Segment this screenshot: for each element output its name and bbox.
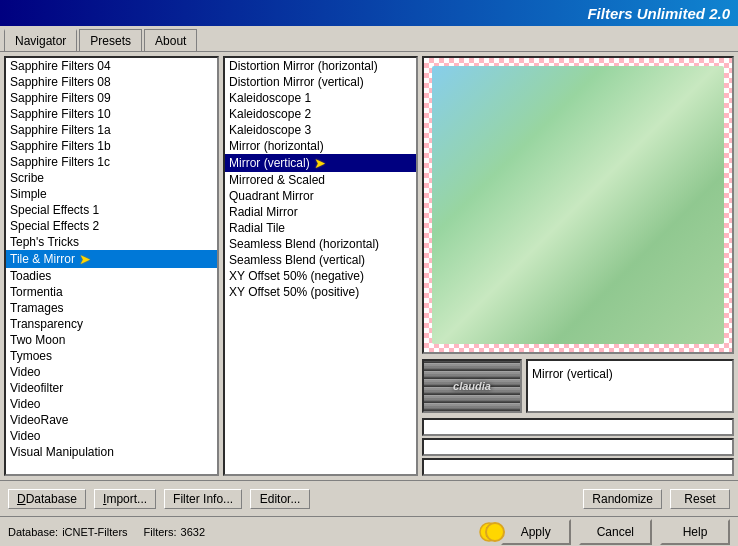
filter-list-item[interactable]: Radial Tile: [225, 220, 416, 236]
apply-button[interactable]: Apply: [501, 519, 571, 545]
reset-button[interactable]: Reset: [670, 489, 730, 509]
category-list-item[interactable]: Tramages: [6, 300, 217, 316]
apply-button-wrapper: Apply: [501, 519, 571, 545]
category-list-item[interactable]: Sapphire Filters 1c: [6, 154, 217, 170]
category-list-item[interactable]: Scribe: [6, 170, 217, 186]
thumbnail-text: claudia: [453, 380, 491, 392]
preview-area: [422, 56, 734, 354]
category-list-item[interactable]: Videofilter: [6, 380, 217, 396]
filter-list-item[interactable]: Quadrant Mirror: [225, 188, 416, 204]
filter-name-display: Mirror (vertical): [526, 359, 734, 413]
database-value: iCNET-Filters: [62, 526, 127, 538]
category-list-item[interactable]: Sapphire Filters 09: [6, 90, 217, 106]
selected-filter-name: Mirror (vertical): [532, 367, 613, 381]
category-list-item[interactable]: Tormentia: [6, 284, 217, 300]
main-content: Sapphire Filters 04Sapphire Filters 08Sa…: [0, 52, 738, 480]
bottom-toolbar: DDatabase Import... Filter Info... Edito…: [0, 480, 738, 516]
filters-label: Filters:: [144, 526, 177, 538]
filters-status: Filters: 3632: [144, 526, 205, 538]
filters-value: 3632: [181, 526, 205, 538]
category-arrow-icon: ➤: [79, 251, 91, 267]
filter-list-item[interactable]: Kaleidoscope 3: [225, 122, 416, 138]
category-list-item[interactable]: Sapphire Filters 1a: [6, 122, 217, 138]
filter-list-item[interactable]: Distortion Mirror (vertical): [225, 74, 416, 90]
help-button[interactable]: Help: [660, 519, 730, 545]
right-panel: claudia Mirror (vertical): [422, 56, 734, 476]
thumbnail-inner: claudia: [424, 361, 520, 411]
import-button[interactable]: Import...: [94, 489, 156, 509]
filter-arrow-icon: ➤: [314, 155, 326, 171]
editor-button[interactable]: Editor...: [250, 489, 310, 509]
filter-list-item[interactable]: Seamless Blend (horizontal): [225, 236, 416, 252]
tab-presets[interactable]: Presets: [79, 29, 142, 51]
database-button[interactable]: DDatabase: [8, 489, 86, 509]
category-list-item[interactable]: Video: [6, 428, 217, 444]
category-list-item[interactable]: Special Effects 1: [6, 202, 217, 218]
category-list-item[interactable]: Video: [6, 364, 217, 380]
filter-list-item[interactable]: XY Offset 50% (negative): [225, 268, 416, 284]
filter-list-item[interactable]: Mirror (vertical)➤: [225, 154, 416, 172]
filter-list-item[interactable]: Mirrored & Scaled: [225, 172, 416, 188]
title-bar: Filters Unlimited 2.0: [0, 0, 738, 26]
category-list-item[interactable]: VideoRave: [6, 412, 217, 428]
category-list-item[interactable]: Transparency: [6, 316, 217, 332]
category-list-item[interactable]: Two Moon: [6, 332, 217, 348]
filter-info-button[interactable]: Filter Info...: [164, 489, 242, 509]
info-box-2: [422, 438, 734, 456]
thumbnail-row: claudia Mirror (vertical): [422, 358, 734, 414]
tab-about[interactable]: About: [144, 29, 197, 51]
preview-image: [432, 66, 724, 344]
extra-info-area: [422, 418, 734, 476]
filter-list-item[interactable]: Seamless Blend (vertical): [225, 252, 416, 268]
filter-list-item[interactable]: Radial Mirror: [225, 204, 416, 220]
category-list-item[interactable]: Tymoes: [6, 348, 217, 364]
thumbnail-box: claudia: [422, 359, 522, 413]
category-list-item[interactable]: Visual Manipulation: [6, 444, 217, 460]
cancel-button[interactable]: Cancel: [579, 519, 652, 545]
filter-list-item[interactable]: Distortion Mirror (horizontal): [225, 58, 416, 74]
category-list-item[interactable]: Tile & Mirror➤: [6, 250, 217, 268]
category-list-item[interactable]: Sapphire Filters 10: [6, 106, 217, 122]
category-list-item[interactable]: Sapphire Filters 08: [6, 74, 217, 90]
category-list-item[interactable]: Simple: [6, 186, 217, 202]
database-label: Database:: [8, 526, 58, 538]
category-list[interactable]: Sapphire Filters 04Sapphire Filters 08Sa…: [4, 56, 219, 476]
filter-list-item[interactable]: Mirror (horizontal): [225, 138, 416, 154]
status-bar: Database: iCNET-Filters Filters: 3632 Ap…: [0, 516, 738, 546]
category-list-item[interactable]: Special Effects 2: [6, 218, 217, 234]
category-list-item[interactable]: Toadies: [6, 268, 217, 284]
category-list-item[interactable]: Teph's Tricks: [6, 234, 217, 250]
info-box-3: [422, 458, 734, 476]
info-box-1: [422, 418, 734, 436]
tab-bar: Navigator Presets About: [0, 26, 738, 52]
filter-list-item[interactable]: Kaleidoscope 2: [225, 106, 416, 122]
randomize-button[interactable]: Randomize: [583, 489, 662, 509]
category-list-item[interactable]: Sapphire Filters 04: [6, 58, 217, 74]
tab-navigator[interactable]: Navigator: [4, 29, 77, 51]
filter-list-item[interactable]: Kaleidoscope 1: [225, 90, 416, 106]
title-text: Filters Unlimited 2.0: [587, 5, 730, 22]
filter-list-item[interactable]: XY Offset 50% (positive): [225, 284, 416, 300]
action-buttons: Apply Cancel Help: [501, 519, 730, 545]
category-list-item[interactable]: Video: [6, 396, 217, 412]
filter-list[interactable]: Distortion Mirror (horizontal)Distortion…: [223, 56, 418, 476]
category-list-item[interactable]: Sapphire Filters 1b: [6, 138, 217, 154]
database-status: Database: iCNET-Filters: [8, 526, 128, 538]
